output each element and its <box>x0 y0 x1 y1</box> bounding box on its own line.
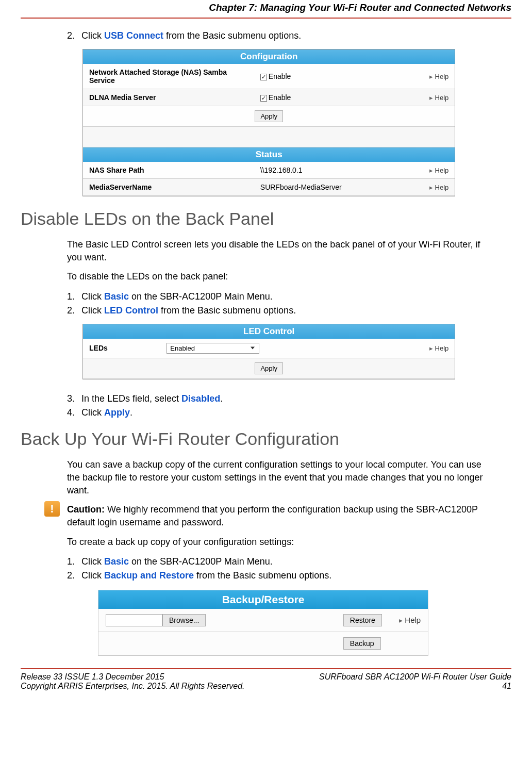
caution-text: We highly recommend that you perform the… <box>67 504 478 527</box>
caution-icon: ! <box>44 501 60 517</box>
footer-page-number: 41 <box>319 682 511 691</box>
config-header: Configuration <box>83 49 455 64</box>
backup-row-backup: Backup <box>98 632 428 655</box>
backup-todo: To create a back up copy of your configu… <box>67 536 491 549</box>
section-title-led: Disable LEDs on the Back Panel <box>21 209 491 229</box>
led-control-screenshot: LED Control LEDs Enabled Help Apply <box>82 324 455 379</box>
apply-link[interactable]: Apply <box>104 407 130 418</box>
step-text: Click <box>81 30 104 41</box>
led-control-header: LED Control <box>83 324 455 339</box>
dlna-enable-checkbox[interactable]: ✓ <box>260 95 267 102</box>
config-row-dlna: DLNA Media Server ✓Enable Help <box>83 89 455 106</box>
help-link[interactable]: Help <box>429 94 448 102</box>
leds-label: LEDs <box>83 339 160 358</box>
mediaserver-value: SURFboard-MediaServer <box>254 179 395 196</box>
usb-connect-link[interactable]: USB Connect <box>104 30 163 41</box>
status-row-mediaserver: MediaServerName SURFboard-MediaServer He… <box>83 179 455 196</box>
led-step-1: Click Basic on the SBR-AC1200P Main Menu… <box>67 290 491 304</box>
status-header: Status <box>83 147 455 162</box>
backup-restore-header: Backup/Restore <box>98 590 428 609</box>
help-link[interactable]: Help <box>429 73 448 80</box>
nas-path-label: NAS Share Path <box>83 162 254 179</box>
section-title-backup: Back Up Your Wi-Fi Router Configuration <box>21 429 491 449</box>
backup-step-1: Click Basic on the SBR-AC1200P Main Menu… <box>67 555 491 569</box>
disabled-link[interactable]: Disabled <box>181 393 220 404</box>
leds-select[interactable]: Enabled <box>167 343 259 354</box>
help-link[interactable]: Help <box>399 616 421 624</box>
nas-label: Network Attached Storage (NAS) Samba Ser… <box>83 64 254 89</box>
dlna-label: DLNA Media Server <box>83 89 254 106</box>
led-step-3: In the LEDs field, select Disabled. <box>67 392 491 406</box>
help-link[interactable]: Help <box>429 167 448 174</box>
backup-restore-screenshot: Backup/Restore Browse... Restore Help Ba… <box>98 590 428 656</box>
help-link[interactable]: Help <box>429 344 448 352</box>
apply-button[interactable]: Apply <box>255 110 283 122</box>
enable-text: Enable <box>269 72 291 80</box>
caution-block: ! Caution: We highly recommend that you … <box>67 503 491 529</box>
file-input[interactable] <box>106 614 162 626</box>
configuration-screenshot: Configuration Network Attached Storage (… <box>82 49 455 196</box>
led-intro: The Basic LED Control screen lets you di… <box>67 238 491 264</box>
backup-row-browse: Browse... Restore Help <box>98 609 428 632</box>
page-footer: Release 33 ISSUE 1.3 December 2015 Copyr… <box>21 668 511 701</box>
footer-release: Release 33 ISSUE 1.3 December 2015 <box>21 672 245 682</box>
backup-step-2: Click Backup and Restore from the Basic … <box>67 569 491 583</box>
nas-path-value: \\192.168.0.1 <box>254 162 395 179</box>
mediaserver-label: MediaServerName <box>83 179 254 196</box>
led-row: LEDs Enabled Help <box>83 339 455 358</box>
basic-link[interactable]: Basic <box>104 291 129 302</box>
enable-text: Enable <box>269 93 291 102</box>
backup-button[interactable]: Backup <box>343 637 381 650</box>
backup-restore-link[interactable]: Backup and Restore <box>104 570 194 581</box>
config-row-nas: Network Attached Storage (NAS) Samba Ser… <box>83 64 455 89</box>
help-link[interactable]: Help <box>429 184 448 191</box>
backup-intro: You can save a backup copy of the curren… <box>67 458 491 498</box>
caution-label: Caution: <box>67 504 105 515</box>
browse-button[interactable]: Browse... <box>162 614 206 626</box>
footer-copyright: Copyright ARRIS Enterprises, Inc. 2015. … <box>21 682 245 691</box>
led-step-4: Click Apply. <box>67 406 491 420</box>
step-2-usb-connect: Click USB Connect from the Basic submenu… <box>67 29 491 43</box>
footer-guide-title: SURFboard SBR AC1200P Wi-Fi Router User … <box>319 672 511 682</box>
chapter-header: Chapter 7: Managing Your Wi-Fi Router an… <box>21 0 511 19</box>
nas-enable-checkbox[interactable]: ✓ <box>260 74 267 80</box>
restore-button[interactable]: Restore <box>343 614 382 626</box>
led-step-2: Click LED Control from the Basic submenu… <box>67 304 491 318</box>
led-todo: To disable the LEDs on the back panel: <box>67 270 491 283</box>
step-text: from the Basic submenu options. <box>163 30 301 41</box>
status-row-nas-path: NAS Share Path \\192.168.0.1 Help <box>83 162 455 179</box>
led-control-link[interactable]: LED Control <box>104 305 158 316</box>
apply-button[interactable]: Apply <box>255 362 283 374</box>
basic-link[interactable]: Basic <box>104 556 129 567</box>
